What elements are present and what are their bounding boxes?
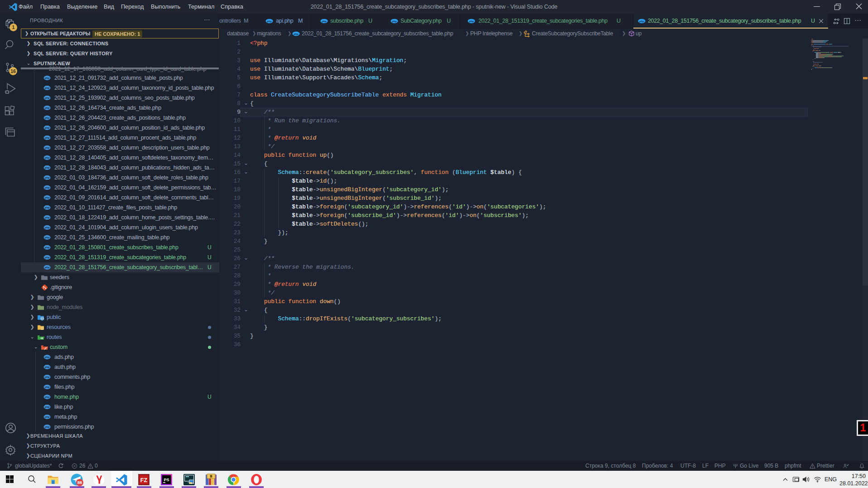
svg-text:php: php [44, 246, 50, 249]
svg-text:php: php [44, 196, 50, 199]
svg-text:php: php [266, 20, 272, 23]
svg-text:php: php [44, 77, 50, 79]
svg-text:php: php [44, 186, 50, 189]
svg-text:php: php [44, 396, 50, 398]
svg-text:php: php [44, 256, 50, 259]
svg-text:php: php [44, 136, 50, 139]
svg-text:php: php [321, 20, 327, 23]
svg-text:php: php [44, 266, 50, 269]
svg-text:php: php [44, 146, 50, 149]
svg-text:php: php [44, 236, 50, 239]
svg-text:php: php [44, 106, 50, 109]
svg-text:php: php [44, 166, 50, 169]
svg-text:php: php [44, 386, 50, 388]
svg-text:php: php [44, 87, 50, 89]
svg-text:php: php [44, 416, 50, 418]
svg-text:php: php [44, 356, 50, 358]
svg-text:php: php [44, 206, 50, 209]
svg-text:php: php [639, 20, 644, 23]
svg-text:php: php [44, 176, 50, 179]
svg-text:php: php [44, 116, 50, 119]
svg-text:C:: C: [192, 482, 194, 484]
svg-text:php: php [44, 376, 50, 378]
svg-text:php: php [44, 226, 50, 229]
svg-text:php: php [44, 156, 50, 159]
svg-text:php: php [44, 366, 50, 368]
svg-text:PS: PS [164, 478, 169, 482]
svg-text:php: php [44, 406, 50, 408]
svg-text:php: php [44, 126, 50, 129]
svg-text:php: php [391, 20, 397, 23]
svg-text:php: php [293, 33, 299, 35]
svg-text:php: php [468, 20, 474, 23]
svg-text:php: php [44, 425, 50, 428]
svg-text:FZ: FZ [140, 477, 148, 483]
svg-text:php: php [44, 216, 50, 219]
svg-text:php: php [44, 97, 50, 99]
